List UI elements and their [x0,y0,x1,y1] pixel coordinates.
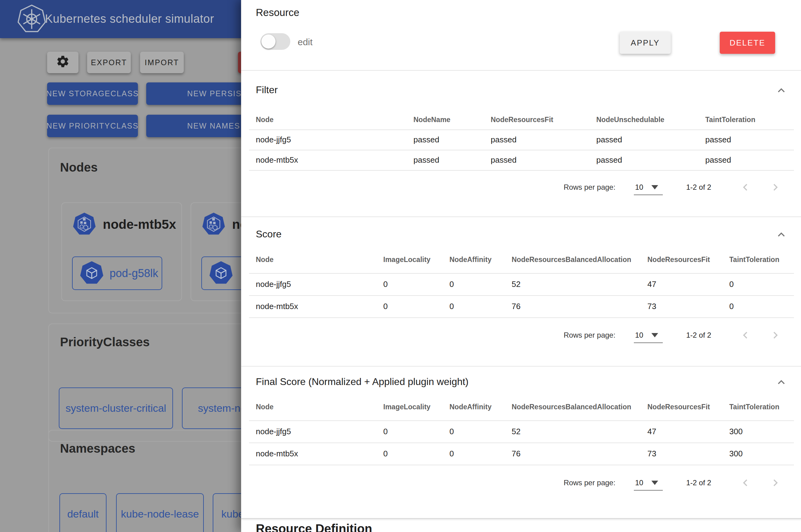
column-header[interactable]: NodeResourcesBalancedAllocation [512,403,648,411]
pod-name: pod-g58lk [110,267,158,280]
cell: passed [491,155,596,165]
table-row: node-jjfg5 0 0 52 47 0 [256,273,794,295]
cell: passed [705,135,794,145]
column-header[interactable]: NodeResourcesFit [648,255,729,264]
new-storageclass-button[interactable]: NEW STORAGECLASS [47,82,138,105]
chevron-right-icon[interactable] [769,328,782,343]
table-header-row: Node NodeName NodeResourcesFit NodeUnsch… [256,110,794,130]
column-header[interactable]: ImageLocality [383,255,450,264]
cell: 52 [512,427,648,436]
chevron-left-icon[interactable] [739,476,752,491]
column-header[interactable]: Node [256,116,414,124]
drawer-title: Resource [256,7,299,18]
pagination-range: 1-2 of 2 [686,478,711,487]
table-row: node-mtb5x 0 0 76 73 300 [256,442,794,465]
column-header[interactable]: Node [256,403,383,411]
cell: passed [414,155,491,165]
column-header[interactable]: NodeUnschedulable [596,116,705,124]
select-underline [634,194,663,195]
column-header[interactable]: NodeName [414,116,491,124]
chevron-left-icon[interactable] [739,328,752,343]
cell: 300 [729,449,794,458]
table-row: node-mtb5x passed passed passed passed [256,150,794,170]
column-header[interactable]: NodeResourcesFit [648,403,729,411]
resource-definition-title: Resource Definition [256,522,372,532]
toggle-knob [261,35,275,49]
rows-per-page-select[interactable]: 10 [635,331,643,340]
app-root: Kubernetes scheduler simulator EXPORT IM… [0,0,801,532]
cell: 0 [729,302,794,311]
new-priorityclass-button[interactable]: NEW PRIORITYCLASS [47,115,138,137]
select-underline [634,490,663,491]
rows-per-page-select[interactable]: 10 [635,478,643,487]
import-button[interactable]: IMPORT [140,52,184,73]
cell: 76 [512,449,648,458]
divider [241,518,801,519]
section-title-final-score: Final Score (Normalized + Applied plugin… [256,376,469,387]
column-header[interactable]: TaintToleration [729,255,794,264]
node-name: node-mtb5x [103,217,176,232]
column-header[interactable]: NodeResourcesBalancedAllocation [512,255,648,264]
chevron-right-icon[interactable] [769,476,782,491]
column-header[interactable]: TaintToleration [705,116,794,124]
table-row: node-mtb5x 0 0 76 73 0 [256,295,794,317]
divider [249,465,794,465]
nodes-panel-title: Nodes [60,160,97,174]
cell: 73 [648,449,729,458]
cell: 0 [450,449,512,458]
caret-down-icon[interactable] [651,481,658,485]
cell: node-mtb5x [256,155,414,165]
cell: passed [491,135,596,145]
cell: 73 [648,302,729,311]
section-title-score: Score [256,228,282,240]
priorityclasses-panel-title: PriorityClasses [60,335,150,349]
column-header[interactable]: NodeResourcesFit [491,116,596,124]
rows-per-page-label: Rows per page: [564,183,615,192]
rows-per-page-label: Rows per page: [564,478,615,487]
delete-button[interactable]: DELETE [720,32,775,54]
column-header[interactable]: NodeAffinity [450,403,512,411]
column-header[interactable]: TaintToleration [729,403,794,411]
divider [249,317,794,318]
chevron-up-icon[interactable] [775,84,788,98]
chevron-up-icon[interactable] [775,228,788,243]
export-button[interactable]: EXPORT [87,52,131,73]
rows-per-page-select[interactable]: 10 [635,183,643,192]
gear-icon [56,54,70,71]
table-header-row: Node ImageLocality NodeAffinity NodeReso… [256,246,794,273]
divider [241,216,801,217]
column-header[interactable]: ImageLocality [383,403,450,411]
cell: 0 [729,280,794,289]
column-header[interactable]: NodeAffinity [450,255,512,264]
pod-icon [209,261,233,285]
caret-down-icon[interactable] [651,185,658,189]
cell: node-jjfg5 [256,280,383,289]
cell: 76 [512,302,648,311]
kubernetes-logo-icon [17,4,46,34]
cell: 0 [383,427,450,436]
column-header[interactable]: Node [256,255,383,264]
cell: passed [414,135,491,145]
cell: 300 [729,427,794,436]
settings-button[interactable] [47,52,78,73]
edit-toggle-label: edit [298,37,312,48]
cell: 0 [383,302,450,311]
namespace-chip[interactable]: kube-node-lease [116,493,204,532]
namespaces-panel-title: Namespaces [60,442,135,455]
priorityclass-chip[interactable]: system-cluster-critical [59,387,173,429]
table-row: node-jjfg5 passed passed passed passed [256,130,794,150]
cell: node-mtb5x [256,302,383,311]
chevron-left-icon[interactable] [739,180,752,195]
caret-down-icon[interactable] [651,333,658,337]
apply-button[interactable]: APPLY [620,32,671,54]
chevron-up-icon[interactable] [775,376,788,390]
edit-toggle[interactable] [260,33,290,50]
pod-icon [79,261,104,285]
node-icon [72,212,96,236]
divider [249,170,794,171]
cell: passed [596,155,705,165]
namespace-chip[interactable]: default [59,493,107,532]
table-header-row: Node ImageLocality NodeAffinity NodeReso… [256,394,794,420]
app-title: Kubernetes scheduler simulator [45,12,214,25]
chevron-right-icon[interactable] [769,180,782,195]
